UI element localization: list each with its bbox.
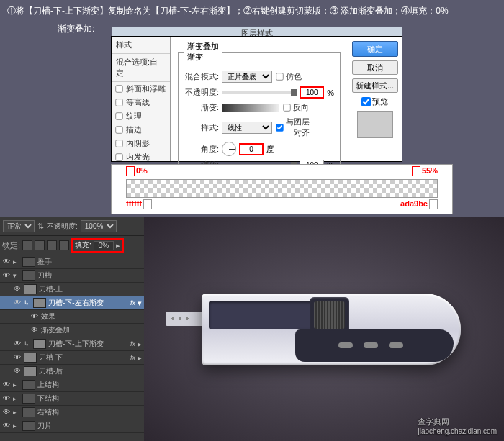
layer-row[interactable]: 👁↳刀槽-下-上下渐变fx▸ [0,337,144,351]
inner-glow-checkbox[interactable]: 内发光 [112,150,170,164]
blend-mode-select[interactable]: 正片叠底 [222,71,272,83]
layers-panel: 正常 ⇅ 不透明度: 100% 锁定: 填充: ▸ 👁▸推手 👁▾刀槽 👁刀槽-… [0,217,144,441]
style-select[interactable]: 线性 [222,122,272,134]
instructions-text: ①将【刀槽-下-上下渐变】复制命名为【刀槽-下-左右渐变】；②右键创建剪切蒙版；… [0,0,504,22]
fill-input[interactable] [94,241,114,250]
chevron-down-icon[interactable]: ⇅ [37,222,44,231]
gradient-preview[interactable] [222,104,279,112]
angle-input[interactable] [239,143,264,155]
chevron-right-icon: ▸ [138,340,142,349]
knife-artwork [166,286,482,373]
layer-row[interactable]: 👁刀槽-上 [0,283,144,296]
knife-slider [310,297,349,333]
visibility-icon: 👁 [13,285,22,294]
opacity-input[interactable] [300,86,324,99]
gradient-legend: 渐变叠加渐变 [184,41,222,63]
inner-shadow-checkbox[interactable]: 内阴影 [112,137,170,150]
fill-box: 填充: ▸ [71,238,124,253]
watermark: 查字典网 jiaocheng.chazidian.com [418,417,497,435]
pct-label: % [327,88,334,97]
preview-thumbnail [357,111,393,138]
layer-row[interactable]: 👁▸上结构 [0,378,144,392]
visibility-icon: 👁 [2,381,11,389]
lock-all-icon[interactable] [59,240,69,250]
styles-header: 样式 [112,37,170,54]
cancel-button[interactable]: 取消 [352,60,398,75]
texture-checkbox[interactable]: 纹理 [112,109,170,123]
lock-label: 锁定: [2,240,20,251]
dither-checkbox[interactable]: 仿色 [275,71,310,82]
bevel-checkbox[interactable]: 斜面和浮雕 [112,82,170,96]
gradient-label: 渐变: [184,102,219,113]
reverse-checkbox[interactable]: 反向 [282,102,317,113]
blend-mode-dropdown[interactable]: 正常 [3,220,35,232]
gradient-strip[interactable] [126,179,438,198]
layer-row[interactable]: 👁↳刀槽-下-左右渐变fx▾ [0,296,144,310]
degree-label: 度 [266,144,274,155]
stop-left-pct: 0% [126,166,148,176]
gradient-overlay-label: 渐变叠加: [58,23,94,35]
stop-left-hex: ffffff [126,199,152,209]
canvas: 查字典网 jiaocheng.chazidian.com [144,217,504,441]
chevron-down-icon: ▾ [138,299,142,308]
ok-button[interactable]: 确定 [352,41,398,57]
style-list: 样式 混合选项:自定 斜面和浮雕 等高线 纹理 描边 内阴影 内发光 光泽 颜色… [112,37,171,161]
panel-opacity-label: 不透明度: [47,222,78,232]
preview-checkbox[interactable]: 预览 [361,96,388,107]
layer-row[interactable]: 👁▸下结构 [0,392,144,406]
visibility-icon: 👁 [30,312,39,321]
layer-row[interactable]: 👁▸右结构 [0,406,144,419]
panel-opacity-select[interactable]: 100% [81,220,117,232]
layer-row[interactable]: 👁刀槽-下fx▸ [0,351,144,365]
visibility-icon: 👁 [30,326,39,335]
chevron-down-icon[interactable]: ▸ [116,241,120,250]
lock-move-icon[interactable] [47,240,57,250]
visibility-icon: 👁 [13,340,22,348]
visibility-icon: 👁 [13,299,22,307]
align-checkbox[interactable]: 与图层对齐 [275,117,310,138]
knife-grip [295,329,454,362]
gradient-settings: 渐变叠加渐变 混合模式: 正片叠底 仿色 不透明度: % 渐变: 反向 样式: … [171,37,348,161]
layer-row[interactable]: 👁▸推手 [0,255,144,269]
layer-style-dialog: 样式 混合选项:自定 斜面和浮雕 等高线 纹理 描边 内阴影 内发光 光泽 颜色… [111,36,402,162]
visibility-icon: 👁 [2,271,11,280]
lock-transparency-icon[interactable] [22,240,32,250]
contour-checkbox[interactable]: 等高线 [112,96,170,109]
visibility-icon: 👁 [13,367,22,376]
visibility-icon: 👁 [2,408,11,417]
angle-dial[interactable] [222,142,236,156]
opacity-label: 不透明度: [184,87,219,98]
stroke-checkbox[interactable]: 描边 [112,123,170,137]
stop-right-pct: 55% [412,166,438,176]
blend-options[interactable]: 混合选项:自定 [112,54,170,82]
layer-gradient-row[interactable]: 👁渐变叠加 [0,324,144,337]
visibility-icon: 👁 [13,353,22,362]
layer-effects-row[interactable]: 👁效果 [0,310,144,324]
style-label: 样式: [184,122,219,133]
lock-brush-icon[interactable] [35,240,45,250]
layer-row[interactable]: 👁刀槽-后 [0,365,144,378]
layer-row[interactable]: 👁▾刀槽 [0,269,144,283]
dialog-buttons: 确定 取消 新建样式... 预览 [348,37,402,161]
visibility-icon: 👁 [2,258,11,266]
gradient-editor: 0% 55% ffffff ada9bc [111,164,453,214]
visibility-icon: 👁 [2,422,11,430]
layer-row[interactable]: 👁▸刀片 [0,419,144,433]
fill-label: 填充: [75,240,91,250]
blend-mode-label: 混合模式: [184,71,219,82]
angle-label: 角度: [184,144,219,155]
visibility-icon: 👁 [2,394,11,403]
stop-right-hex: ada9bc [400,199,438,209]
new-style-button[interactable]: 新建样式... [352,78,398,93]
